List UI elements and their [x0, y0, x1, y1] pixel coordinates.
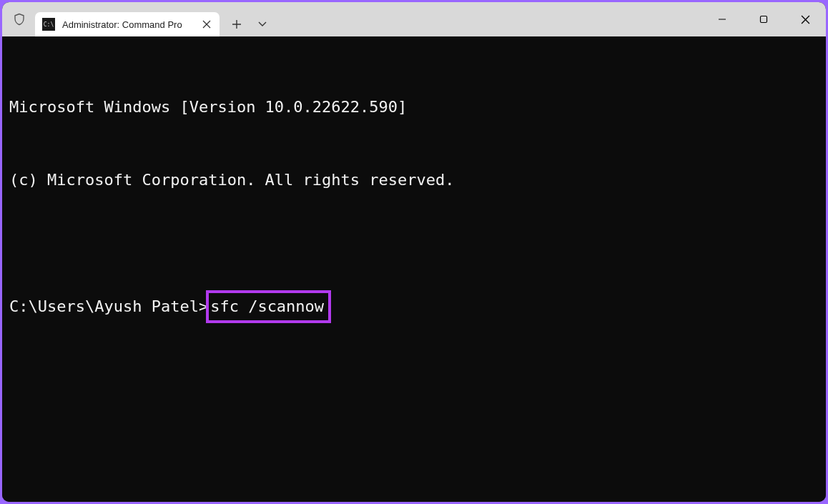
tab-dropdown-button[interactable]: [250, 12, 275, 36]
shield-icon: [12, 12, 26, 26]
prompt-line: C:\Users\Ayush Patel>sfc /scannow: [9, 290, 819, 323]
copyright-line: (c) Microsoft Corporation. All rights re…: [9, 168, 819, 192]
prompt-text: C:\Users\Ayush Patel>: [9, 295, 208, 319]
command-highlight: sfc /scannow: [206, 290, 331, 323]
close-tab-button[interactable]: [199, 17, 214, 31]
maximize-button[interactable]: [743, 2, 784, 36]
window-controls: [701, 2, 826, 36]
terminal-window: C:\ Administrator: Command Pro: [2, 2, 826, 502]
svg-rect-5: [761, 16, 767, 23]
close-window-button[interactable]: [784, 2, 826, 36]
minimize-button[interactable]: [701, 2, 743, 36]
terminal-content[interactable]: Microsoft Windows [Version 10.0.22622.59…: [2, 36, 826, 502]
new-tab-button[interactable]: [224, 12, 250, 36]
tab-title: Administrator: Command Pro: [62, 19, 192, 30]
command-text: sfc /scannow: [210, 297, 324, 315]
titlebar: C:\ Administrator: Command Pro: [2, 2, 826, 36]
terminal-icon: C:\: [42, 18, 55, 31]
version-line: Microsoft Windows [Version 10.0.22622.59…: [9, 95, 819, 119]
tab-command-prompt[interactable]: C:\ Administrator: Command Pro: [35, 12, 220, 36]
